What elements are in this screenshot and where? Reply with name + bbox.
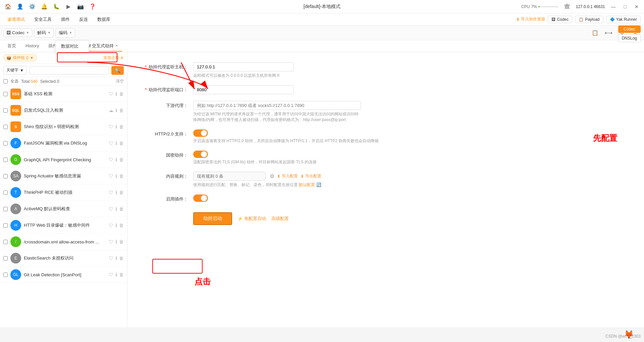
cloud-icon[interactable]: ☁ xyxy=(109,108,113,113)
tab-history[interactable]: History xyxy=(21,41,43,51)
plugin-checkbox[interactable] xyxy=(3,256,8,261)
shield-icon[interactable]: 🛡 xyxy=(109,272,113,277)
plugin-checkbox[interactable] xyxy=(3,207,8,211)
menu-item-security-tools[interactable]: 安全工具 xyxy=(30,15,56,24)
plugin-checkbox[interactable] xyxy=(3,141,8,146)
default-config-link[interactable]: 默认配置 xyxy=(299,182,315,187)
delete-icon[interactable]: 🗑 xyxy=(119,206,124,212)
sync-icon[interactable]: ⟷ xyxy=(603,27,614,38)
delete-icon[interactable]: 🗑 xyxy=(119,124,124,129)
proxy-port-input[interactable] xyxy=(193,85,294,94)
decode-btn[interactable]: 解码 ▼ xyxy=(34,28,54,38)
home-icon[interactable]: 🏠 xyxy=(3,2,13,11)
advanced-config-button[interactable]: 高级配置 xyxy=(271,216,289,222)
plugin-checkbox[interactable] xyxy=(3,223,8,228)
user-icon[interactable]: 👤 xyxy=(15,2,25,11)
start-mitm-button[interactable]: 劫持启动 xyxy=(193,212,232,225)
codec-dropdown-btn[interactable]: 🖼 Codec ▼ xyxy=(3,28,32,37)
list-item[interactable]: A ActiveMQ 默认密码检查 🛡 ℹ 🗑 xyxy=(0,201,127,217)
maximize-button[interactable]: □ xyxy=(622,4,629,9)
info-icon[interactable]: ℹ xyxy=(115,206,117,212)
plugin-checkbox[interactable] xyxy=(3,158,8,162)
info-icon[interactable]: ℹ xyxy=(115,239,117,244)
payload-button[interactable]: 📋 Payload xyxy=(575,16,603,23)
downstream-input[interactable] xyxy=(193,101,361,110)
shield-icon[interactable]: 🛡 xyxy=(109,255,113,261)
plugin-checkbox[interactable] xyxy=(3,125,8,129)
content-rules-input[interactable] xyxy=(193,172,266,181)
export-config-button[interactable]: ⬇ 导出配置 xyxy=(301,173,321,179)
import-resource-button[interactable]: ⬆ 导入协作资源 xyxy=(516,16,545,22)
info-icon[interactable]: ℹ xyxy=(115,255,117,261)
shield-icon[interactable]: 🛡 xyxy=(109,239,113,244)
help-icon[interactable]: ❓ xyxy=(88,2,97,11)
proxy-host-input[interactable] xyxy=(193,62,294,71)
dnslog-panel-btn[interactable]: DNSLog xyxy=(618,34,641,42)
delete-icon[interactable]: 🗑 xyxy=(119,239,124,244)
dropdown-data-compare[interactable]: 数据对比 xyxy=(56,41,89,52)
enable-plugin-toggle[interactable] xyxy=(193,194,208,202)
delete-icon[interactable]: 🗑 xyxy=(119,223,124,228)
delete-icon[interactable]: 🗑 xyxy=(119,190,124,195)
list-item[interactable]: S Shiro 指纹识别＋弱密码检测 🛡 ℹ 🗑 xyxy=(0,119,127,135)
plugin-checkbox[interactable] xyxy=(3,190,8,195)
plugin-checkbox[interactable] xyxy=(3,174,8,178)
http2-toggle[interactable] xyxy=(193,129,208,137)
plugin-checkbox[interactable] xyxy=(3,240,8,244)
close-button[interactable]: ✕ xyxy=(633,4,641,9)
list-item[interactable]: H HTTP Web 目录爆破：敏感中间件 🛡 ℹ 🗑 xyxy=(0,217,127,234)
shield-icon[interactable]: 🛡 xyxy=(109,124,113,129)
plugin-checkbox[interactable] xyxy=(3,92,8,96)
shield-icon[interactable]: 🛡 xyxy=(109,91,113,97)
shield-icon[interactable]: 🛡 xyxy=(109,140,113,146)
encode-btn[interactable]: 编码 ▼ xyxy=(56,28,75,38)
plugin-checkbox[interactable] xyxy=(3,108,8,113)
list-item[interactable]: SA Spring Actuator 敏感信息泄漏 🛡 ℹ 🗑 xyxy=(0,168,127,184)
minimize-button[interactable]: — xyxy=(609,4,618,9)
shield-icon[interactable]: 🛡 xyxy=(109,190,113,195)
copy-icon[interactable]: 📋 xyxy=(590,27,600,38)
shield-icon[interactable]: 🛡 xyxy=(109,223,113,228)
shield-icon[interactable]: 🛡 xyxy=(109,157,113,162)
clear-button[interactable]: 清空 xyxy=(116,78,124,84)
info-icon[interactable]: ℹ xyxy=(115,272,117,277)
info-icon[interactable]: ℹ xyxy=(115,140,117,146)
add-group-button[interactable]: 添加主组 ⊕ xyxy=(103,55,124,61)
info-icon[interactable]: ℹ xyxy=(115,108,117,113)
info-icon[interactable]: ℹ xyxy=(115,173,117,179)
shield-icon[interactable]: 🛡 xyxy=(109,173,113,179)
plugin-checkbox[interactable] xyxy=(3,273,8,277)
refresh-config-icon[interactable]: 🔄 xyxy=(316,182,321,187)
select-all-checkbox[interactable] xyxy=(3,79,8,83)
tab-home[interactable]: 首页 xyxy=(3,41,20,52)
settings-icon[interactable]: ⚙ xyxy=(270,173,274,179)
delete-icon[interactable]: 🗑 xyxy=(119,255,124,261)
search-input[interactable] xyxy=(30,66,109,74)
info-icon[interactable]: ℹ xyxy=(115,223,117,228)
info-icon[interactable]: ℹ xyxy=(115,91,117,97)
menu-item-reverse[interactable]: 反连 xyxy=(75,15,92,24)
gmtls-toggle[interactable] xyxy=(193,151,208,158)
list-item[interactable]: / /crossdomain.xml allow-access-from ...… xyxy=(0,234,127,250)
list-item[interactable]: XSS 基础 XSS 检测 🛡 ℹ 🗑 xyxy=(0,86,127,102)
info-icon[interactable]: ℹ xyxy=(115,157,117,162)
list-item[interactable]: G GraphQL API Fingerprint Checking 🛡 ℹ 🗑 xyxy=(0,152,127,168)
free-start-button[interactable]: ⚡ 免配置启动 xyxy=(237,216,266,222)
list-item[interactable]: F FastJSON 漏洞检测 via DNSLog 🛡 ℹ 🗑 xyxy=(0,135,127,152)
list-item[interactable]: T ThinkPHP RCE 被动扫描 🛡 ℹ 🗑 xyxy=(0,184,127,201)
keyword-select[interactable]: 关键字 ▼ xyxy=(3,66,27,75)
plugin-group-badge[interactable]: 📦 插件组 0 ▼ xyxy=(3,54,37,61)
bell-icon[interactable]: 🔔 xyxy=(40,2,49,11)
codec-button[interactable]: 🖼 Codec xyxy=(548,16,572,23)
shield-icon[interactable]: 🛡 xyxy=(109,206,113,212)
import-config-button[interactable]: ⬆ 导入配置 xyxy=(277,173,298,179)
list-item[interactable]: E ElasticSearch 未授权访问 🛡 ℹ 🗑 xyxy=(0,250,127,267)
list-item[interactable]: SQL 启发式SQL注入检测 ☁ ℹ 🗑 xyxy=(0,102,127,119)
delete-icon[interactable]: 🗑 xyxy=(119,91,124,97)
menu-item-pentest[interactable]: 渗透测试 xyxy=(3,15,29,24)
info-icon[interactable]: ℹ xyxy=(115,190,117,195)
menu-item-plugins[interactable]: 插件 xyxy=(57,15,74,24)
menu-item-database[interactable]: 数据库 xyxy=(93,15,114,24)
delete-icon[interactable]: 🗑 xyxy=(119,173,124,179)
delete-icon[interactable]: 🗑 xyxy=(119,157,124,162)
